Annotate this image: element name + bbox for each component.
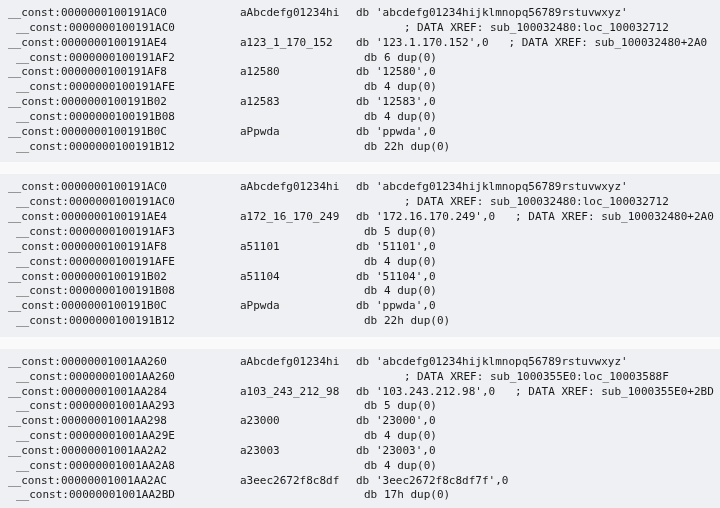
data-value: '12583',0 [376, 95, 436, 110]
db-keyword: db [356, 270, 376, 285]
disasm-row: __const:0000000100191B0CaPpwdadb'ppwda',… [8, 125, 712, 140]
address-label: __const:0000000100191AF3 [8, 225, 248, 240]
symbol-name: a51101 [240, 240, 356, 255]
db-keyword: db [356, 210, 376, 225]
disasm-row: __const:00000001001AA2A8db4 dup(0) [8, 459, 712, 474]
address-label: __const:00000001001AA260 [8, 370, 248, 385]
disasm-row: __const:0000000100191AFEdb4 dup(0) [8, 80, 712, 95]
disasm-row: __const:0000000100191B12db22h dup(0) [8, 314, 712, 329]
address-label: __const:0000000100191B0C [8, 299, 240, 314]
symbol-name: aAbcdefg01234hi [240, 180, 356, 195]
address-label: __const:0000000100191AE4 [8, 210, 240, 225]
address-label: __const:0000000100191AF2 [8, 51, 248, 66]
disasm-row: __const:0000000100191AC0aAbcdefg01234hid… [8, 6, 712, 21]
disasm-row: __const:0000000100191AE4a172_16_170_249d… [8, 210, 712, 225]
disasm-row: __const:00000001001AA2ACa3eec2672f8c8dfd… [8, 474, 712, 489]
disasm-block: __const:00000001001AA260aAbcdefg01234hid… [0, 349, 720, 508]
db-keyword: db [364, 314, 384, 329]
disasm-row: __const:00000001001AA298a23000db'23000',… [8, 414, 712, 429]
disasm-row: __const:0000000100191B08db4 dup(0) [8, 284, 712, 299]
address-label: __const:0000000100191AC0 [8, 21, 248, 36]
data-xref: ; DATA XREF: sub_100032480:loc_100032712 [404, 21, 669, 34]
address-label: __const:0000000100191AFE [8, 255, 248, 270]
db-keyword: db [364, 110, 384, 125]
symbol-name: a12583 [240, 95, 356, 110]
address-label: __const:0000000100191B08 [8, 284, 248, 299]
disasm-row: __const:00000001001AA2BDdb17h dup(0) [8, 488, 712, 503]
address-label: __const:0000000100191AF8 [8, 240, 240, 255]
disasm-row: __const:0000000100191AE4a123_1_170_152db… [8, 36, 712, 51]
symbol-name: a103_243_212_98 [240, 385, 356, 400]
data-value: '123.1.170.152',0 [376, 36, 489, 51]
address-label: __const:00000001001AA2AC [8, 474, 240, 489]
db-keyword: db [356, 474, 376, 489]
data-value: '23003',0 [376, 444, 436, 459]
symbol-name: aAbcdefg01234hi [240, 6, 356, 21]
symbol-name: aPpwda [240, 125, 356, 140]
data-value: 22h dup(0) [384, 140, 450, 155]
disasm-row: __const:0000000100191AF2db6 dup(0) [8, 51, 712, 66]
data-value: '23000',0 [376, 414, 436, 429]
disasm-row: __const:0000000100191AC0 ; DATA XREF: su… [8, 195, 712, 210]
db-keyword: db [356, 95, 376, 110]
db-keyword: db [364, 255, 384, 270]
data-value: '51101',0 [376, 240, 436, 255]
address-label: __const:0000000100191B02 [8, 95, 240, 110]
symbol-name: a12580 [240, 65, 356, 80]
symbol-name: a23000 [240, 414, 356, 429]
address-label: __const:00000001001AA2A8 [8, 459, 248, 474]
data-value: '3eec2672f8c8df7f',0 [376, 474, 508, 489]
data-value: 'abcdefg01234hijklmnopq56789rstuvwxyz' [376, 6, 628, 21]
disasm-row: __const:00000001001AA2A2a23003db'23003',… [8, 444, 712, 459]
data-value: 'ppwda',0 [376, 299, 436, 314]
data-value: 4 dup(0) [384, 255, 437, 270]
disasm-row: __const:0000000100191AF8a12580db'12580',… [8, 65, 712, 80]
data-value: '172.16.170.249',0 [376, 210, 495, 225]
disasm-row: __const:00000001001AA29Edb4 dup(0) [8, 429, 712, 444]
data-value: 4 dup(0) [384, 459, 437, 474]
data-xref: ; DATA XREF: sub_100032480+2A0 [508, 36, 707, 49]
db-keyword: db [356, 444, 376, 459]
data-value: '12580',0 [376, 65, 436, 80]
address-label: __const:0000000100191B02 [8, 270, 240, 285]
data-value: 'abcdefg01234hijklmnopq56789rstuvwxyz' [376, 180, 628, 195]
disasm-row: __const:0000000100191AF8a51101db'51101',… [8, 240, 712, 255]
symbol-name: aPpwda [240, 299, 356, 314]
db-keyword: db [364, 80, 384, 95]
db-keyword: db [356, 355, 376, 370]
disasm-row: __const:0000000100191B08db4 dup(0) [8, 110, 712, 125]
disasm-row: __const:0000000100191AC0 ; DATA XREF: su… [8, 21, 712, 36]
db-keyword: db [356, 299, 376, 314]
disasm-row: __const:0000000100191AF3db5 dup(0) [8, 225, 712, 240]
disasm-row: __const:0000000100191B02a12583db'12583',… [8, 95, 712, 110]
data-value: 4 dup(0) [384, 429, 437, 444]
address-label: __const:0000000100191AF8 [8, 65, 240, 80]
address-label: __const:0000000100191B08 [8, 110, 248, 125]
symbol-name: a23003 [240, 444, 356, 459]
db-keyword: db [356, 414, 376, 429]
disasm-row: __const:00000001001AA284a103_243_212_98d… [8, 385, 712, 400]
data-value: 4 dup(0) [384, 284, 437, 299]
db-keyword: db [364, 284, 384, 299]
address-label: __const:00000001001AA2A2 [8, 444, 240, 459]
data-xref: ; DATA XREF: sub_100032480:loc_100032712 [404, 195, 669, 208]
db-keyword: db [356, 65, 376, 80]
db-keyword: db [356, 240, 376, 255]
disasm-row: __const:00000001001AA260 ; DATA XREF: su… [8, 370, 712, 385]
disasm-row: __const:0000000100191B02a51104db'51104',… [8, 270, 712, 285]
address-label: __const:0000000100191AC0 [8, 195, 248, 210]
address-label: __const:0000000100191AC0 [8, 6, 240, 21]
disasm-row: __const:0000000100191B12db22h dup(0) [8, 140, 712, 155]
db-keyword: db [356, 6, 376, 21]
disasm-block: __const:0000000100191AC0aAbcdefg01234hid… [0, 0, 720, 162]
data-value: '103.243.212.98',0 [376, 385, 495, 400]
data-value: 17h dup(0) [384, 488, 450, 503]
db-keyword: db [356, 180, 376, 195]
address-label: __const:0000000100191AE4 [8, 36, 240, 51]
symbol-name: a51104 [240, 270, 356, 285]
symbol-name: a123_1_170_152 [240, 36, 356, 51]
symbol-name: a172_16_170_249 [240, 210, 356, 225]
data-value: 22h dup(0) [384, 314, 450, 329]
symbol-name: a3eec2672f8c8df [240, 474, 356, 489]
address-label: __const:00000001001AA260 [8, 355, 240, 370]
